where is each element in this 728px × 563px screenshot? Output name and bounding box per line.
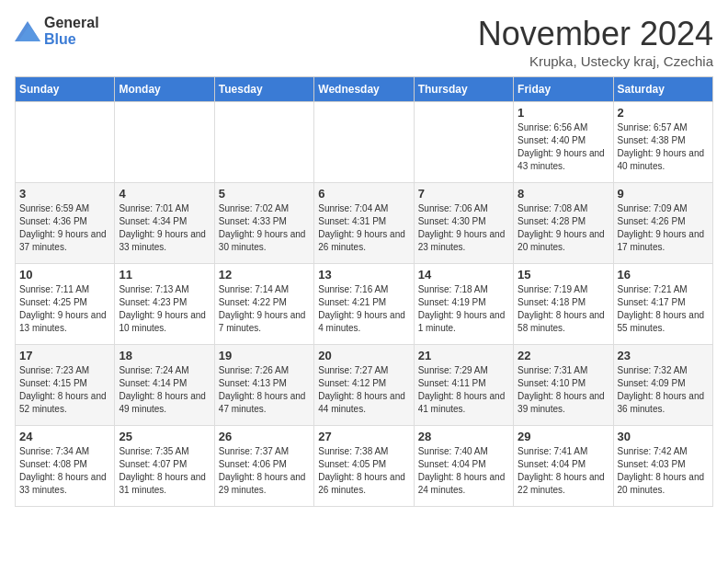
day-number: 23 [618, 349, 709, 362]
calendar-week-row: 24Sunrise: 7:34 AM Sunset: 4:08 PM Dayli… [16, 426, 713, 507]
day-number: 20 [318, 349, 409, 362]
day-number: 29 [518, 430, 609, 443]
day-number: 5 [219, 187, 310, 201]
day-number: 19 [219, 349, 310, 362]
day-number: 30 [618, 430, 709, 443]
calendar-cell: 30Sunrise: 7:42 AM Sunset: 4:03 PM Dayli… [613, 426, 712, 507]
calendar-cell: 20Sunrise: 7:27 AM Sunset: 4:12 PM Dayli… [314, 345, 414, 426]
calendar-cell: 28Sunrise: 7:40 AM Sunset: 4:04 PM Dayli… [414, 426, 513, 507]
calendar-cell: 5Sunrise: 7:02 AM Sunset: 4:33 PM Daylig… [214, 183, 313, 264]
day-info: Sunrise: 7:40 AM Sunset: 4:04 PM Dayligh… [418, 445, 509, 497]
calendar-cell: 1Sunrise: 6:56 AM Sunset: 4:40 PM Daylig… [514, 102, 613, 183]
day-number: 26 [219, 430, 310, 443]
calendar-header-monday: Monday [115, 77, 214, 102]
calendar-cell: 26Sunrise: 7:37 AM Sunset: 4:06 PM Dayli… [214, 426, 313, 507]
day-number: 14 [418, 268, 509, 282]
day-number: 15 [518, 268, 609, 282]
calendar-cell: 15Sunrise: 7:19 AM Sunset: 4:18 PM Dayli… [514, 264, 613, 345]
calendar-cell: 22Sunrise: 7:31 AM Sunset: 4:10 PM Dayli… [514, 345, 613, 426]
day-info: Sunrise: 7:18 AM Sunset: 4:19 PM Dayligh… [418, 283, 509, 335]
calendar-cell: 4Sunrise: 7:01 AM Sunset: 4:34 PM Daylig… [115, 183, 214, 264]
calendar-cell: 18Sunrise: 7:24 AM Sunset: 4:14 PM Dayli… [115, 345, 214, 426]
day-info: Sunrise: 7:02 AM Sunset: 4:33 PM Dayligh… [219, 202, 310, 254]
day-info: Sunrise: 6:56 AM Sunset: 4:40 PM Dayligh… [518, 121, 609, 173]
header: General Blue November 2024 Krupka, Ustec… [15, 15, 713, 69]
day-number: 6 [318, 187, 409, 201]
day-info: Sunrise: 7:34 AM Sunset: 4:08 PM Dayligh… [19, 445, 110, 497]
day-number: 10 [19, 268, 110, 282]
day-number: 24 [19, 430, 110, 443]
day-info: Sunrise: 7:04 AM Sunset: 4:31 PM Dayligh… [318, 202, 409, 254]
day-info: Sunrise: 7:27 AM Sunset: 4:12 PM Dayligh… [318, 364, 409, 416]
day-number: 16 [618, 268, 709, 282]
day-number: 18 [119, 349, 210, 362]
day-info: Sunrise: 7:19 AM Sunset: 4:18 PM Dayligh… [518, 283, 609, 335]
day-number: 22 [518, 349, 609, 362]
calendar-week-row: 10Sunrise: 7:11 AM Sunset: 4:25 PM Dayli… [16, 264, 713, 345]
calendar-header-thursday: Thursday [414, 77, 513, 102]
day-number: 11 [119, 268, 210, 282]
calendar-cell: 9Sunrise: 7:09 AM Sunset: 4:26 PM Daylig… [613, 183, 712, 264]
day-info: Sunrise: 7:21 AM Sunset: 4:17 PM Dayligh… [618, 283, 709, 335]
day-info: Sunrise: 7:24 AM Sunset: 4:14 PM Dayligh… [119, 364, 210, 416]
day-number: 1 [518, 106, 609, 120]
calendar-header-row: SundayMondayTuesdayWednesdayThursdayFrid… [16, 77, 713, 102]
day-number: 7 [418, 187, 509, 201]
day-info: Sunrise: 7:01 AM Sunset: 4:34 PM Dayligh… [119, 202, 210, 254]
day-info: Sunrise: 7:23 AM Sunset: 4:15 PM Dayligh… [19, 364, 110, 416]
day-info: Sunrise: 7:08 AM Sunset: 4:28 PM Dayligh… [518, 202, 609, 254]
calendar-cell [414, 102, 513, 183]
calendar-cell: 2Sunrise: 6:57 AM Sunset: 4:38 PM Daylig… [613, 102, 712, 183]
calendar-header-sunday: Sunday [16, 77, 115, 102]
day-number: 21 [418, 349, 509, 362]
day-info: Sunrise: 7:29 AM Sunset: 4:11 PM Dayligh… [418, 364, 509, 416]
day-info: Sunrise: 6:59 AM Sunset: 4:36 PM Dayligh… [19, 202, 110, 254]
calendar-cell [115, 102, 214, 183]
day-number: 4 [119, 187, 210, 201]
calendar-cell: 17Sunrise: 7:23 AM Sunset: 4:15 PM Dayli… [16, 345, 115, 426]
calendar-cell: 29Sunrise: 7:41 AM Sunset: 4:04 PM Dayli… [514, 426, 613, 507]
calendar-cell: 23Sunrise: 7:32 AM Sunset: 4:09 PM Dayli… [613, 345, 712, 426]
location: Krupka, Ustecky kraj, Czechia [478, 53, 713, 69]
day-info: Sunrise: 6:57 AM Sunset: 4:38 PM Dayligh… [618, 121, 709, 173]
calendar-cell: 24Sunrise: 7:34 AM Sunset: 4:08 PM Dayli… [16, 426, 115, 507]
calendar-cell: 3Sunrise: 6:59 AM Sunset: 4:36 PM Daylig… [16, 183, 115, 264]
day-info: Sunrise: 7:16 AM Sunset: 4:21 PM Dayligh… [318, 283, 409, 335]
calendar-cell: 25Sunrise: 7:35 AM Sunset: 4:07 PM Dayli… [115, 426, 214, 507]
day-info: Sunrise: 7:13 AM Sunset: 4:23 PM Dayligh… [119, 283, 210, 335]
calendar-week-row: 1Sunrise: 6:56 AM Sunset: 4:40 PM Daylig… [16, 102, 713, 183]
calendar-cell: 11Sunrise: 7:13 AM Sunset: 4:23 PM Dayli… [115, 264, 214, 345]
calendar-cell: 7Sunrise: 7:06 AM Sunset: 4:30 PM Daylig… [414, 183, 513, 264]
day-number: 25 [119, 430, 210, 443]
calendar-cell: 16Sunrise: 7:21 AM Sunset: 4:17 PM Dayli… [613, 264, 712, 345]
calendar-cell: 8Sunrise: 7:08 AM Sunset: 4:28 PM Daylig… [514, 183, 613, 264]
day-number: 9 [618, 187, 709, 201]
day-info: Sunrise: 7:42 AM Sunset: 4:03 PM Dayligh… [618, 445, 709, 497]
calendar-cell: 6Sunrise: 7:04 AM Sunset: 4:31 PM Daylig… [314, 183, 414, 264]
day-info: Sunrise: 7:37 AM Sunset: 4:06 PM Dayligh… [219, 445, 310, 497]
calendar-header-saturday: Saturday [613, 77, 712, 102]
day-info: Sunrise: 7:38 AM Sunset: 4:05 PM Dayligh… [318, 445, 409, 497]
calendar-week-row: 17Sunrise: 7:23 AM Sunset: 4:15 PM Dayli… [16, 345, 713, 426]
calendar-cell [314, 102, 414, 183]
day-info: Sunrise: 7:06 AM Sunset: 4:30 PM Dayligh… [418, 202, 509, 254]
day-info: Sunrise: 7:11 AM Sunset: 4:25 PM Dayligh… [19, 283, 110, 335]
day-info: Sunrise: 7:09 AM Sunset: 4:26 PM Dayligh… [618, 202, 709, 254]
calendar-cell: 27Sunrise: 7:38 AM Sunset: 4:05 PM Dayli… [314, 426, 414, 507]
calendar-cell: 13Sunrise: 7:16 AM Sunset: 4:21 PM Dayli… [314, 264, 414, 345]
title-area: November 2024 Krupka, Ustecky kraj, Czec… [478, 15, 713, 69]
calendar-cell: 10Sunrise: 7:11 AM Sunset: 4:25 PM Dayli… [16, 264, 115, 345]
logo-general: General [44, 15, 99, 30]
calendar-cell: 19Sunrise: 7:26 AM Sunset: 4:13 PM Dayli… [214, 345, 313, 426]
logo: General Blue [15, 15, 99, 47]
day-info: Sunrise: 7:14 AM Sunset: 4:22 PM Dayligh… [219, 283, 310, 335]
calendar-cell [16, 102, 115, 183]
calendar-cell [214, 102, 313, 183]
calendar-cell: 12Sunrise: 7:14 AM Sunset: 4:22 PM Dayli… [214, 264, 313, 345]
day-info: Sunrise: 7:32 AM Sunset: 4:09 PM Dayligh… [618, 364, 709, 416]
day-number: 12 [219, 268, 310, 282]
day-info: Sunrise: 7:31 AM Sunset: 4:10 PM Dayligh… [518, 364, 609, 416]
logo-blue: Blue [44, 31, 76, 47]
day-number: 3 [19, 187, 110, 201]
day-number: 28 [418, 430, 509, 443]
